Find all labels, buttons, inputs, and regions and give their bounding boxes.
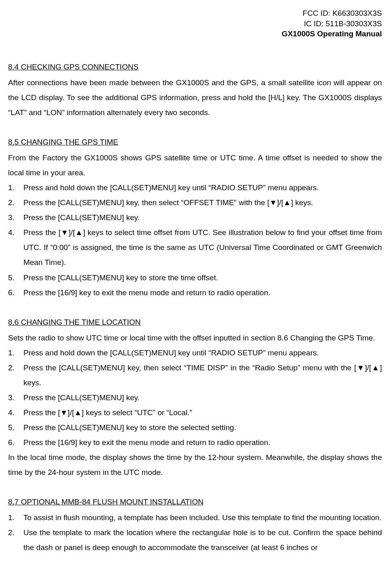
- section-8-5-intro: From the Factory the GX1000S shows GPS s…: [8, 150, 382, 180]
- list-item: Press the [16/9] key to exit the menu mo…: [8, 435, 382, 450]
- list-item: Press the [▼]/[▲] keys to select “UTC” o…: [8, 405, 382, 420]
- fcc-id: FCC ID: K6630303X3S: [8, 8, 382, 19]
- list-item: Use the template to mark the location wh…: [8, 525, 382, 555]
- section-8-6-list: Press and hold down the [CALL(SET)MENU] …: [8, 345, 382, 450]
- section-8-6-heading: 8.6 CHANGING THE TIME LOCATION: [8, 315, 382, 330]
- section-8-4-paragraph: After connections have been made between…: [8, 75, 382, 120]
- page-header: FCC ID: K6630303X3S IC ID: 511B-30303X3S…: [8, 8, 382, 39]
- section-8-7-list: To assist in flush mounting, a template …: [8, 510, 382, 555]
- section-8-7-heading: 8.7 OPTIONAL MMB-84 FLUSH MOUNT INSTALLA…: [8, 494, 382, 509]
- list-item: To assist in flush mounting, a template …: [8, 510, 382, 525]
- section-8-4-heading: 8.4 CHECKING GPS CONNECTIONS: [8, 59, 382, 74]
- section-8-5-list: Press and hold down the [CALL(SET)MENU] …: [8, 180, 382, 300]
- list-item: Press and hold down the [CALL(SET)MENU] …: [8, 180, 382, 195]
- list-item: Press the [CALL(SET)MENU] key, then sele…: [8, 360, 382, 390]
- list-item: Press and hold down the [CALL(SET)MENU] …: [8, 345, 382, 360]
- list-item: Press the [CALL(SET)MENU] key, then sele…: [8, 195, 382, 210]
- list-item: Press the [CALL(SET)MENU] key to store t…: [8, 270, 382, 285]
- manual-title: GX1000S Operating Manual: [8, 29, 382, 39]
- list-item: Press the [CALL(SET)MENU] key.: [8, 210, 382, 225]
- list-item: Press the [▼]/[▲] keys to select time of…: [8, 225, 382, 270]
- list-item: Press the [16/9] key to exit the menu mo…: [8, 285, 382, 300]
- list-item: Press the [CALL(SET)MENU] key to store t…: [8, 420, 382, 435]
- section-8-6-trailing: In the local time mode, the display show…: [8, 450, 382, 480]
- list-item: Press the [CALL(SET)MENU] key.: [8, 390, 382, 405]
- section-8-6-intro: Sets the radio to show UTC time or local…: [8, 330, 382, 345]
- ic-id: IC ID: 511B-30303X3S: [8, 19, 382, 29]
- section-8-5-heading: 8.5 CHANGING THE GPS TIME: [8, 134, 382, 149]
